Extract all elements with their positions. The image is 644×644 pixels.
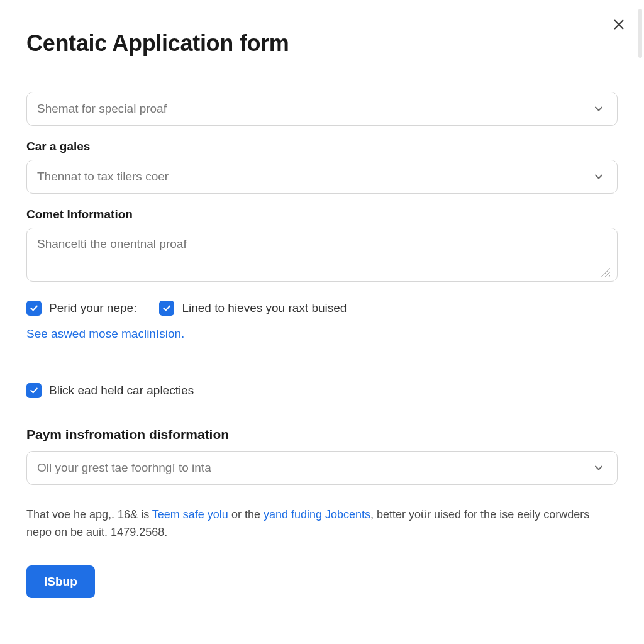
scrollbar[interactable]: [638, 9, 642, 58]
close-button[interactable]: [609, 15, 629, 35]
checkbox-label-blick: Blick ead held car aplecties: [49, 384, 194, 397]
select-paym[interactable]: Oll your grest tae foorhngí to inta: [26, 451, 618, 485]
label-comet-info: Comet Information: [26, 208, 618, 221]
legal-part-2: or the: [228, 508, 264, 521]
select-special-proaf[interactable]: Shemat for special proaf: [26, 92, 618, 126]
check-item-blick: Blick ead held car aplecties: [26, 383, 618, 398]
checkbox-lined[interactable]: [159, 301, 174, 316]
checkbox-blick[interactable]: [26, 383, 42, 398]
legal-link-teem[interactable]: Teem safe yolu: [152, 508, 228, 521]
legal-text: That voe he apg,. 16& is Teem safe yolu …: [26, 506, 592, 541]
textarea-comet-info[interactable]: [26, 228, 618, 282]
heading-paym: Paym insfromation disformation: [26, 427, 618, 442]
field-paym: Paym insfromation disformation Oll your …: [26, 427, 618, 485]
divider: [26, 364, 618, 364]
select-wrap-paym: Oll your grest tae foorhngí to inta: [26, 451, 618, 485]
field-special-proaf: Shemat for special proaf: [26, 92, 618, 126]
see-more-link[interactable]: See aswed mose maclinísion.: [26, 327, 618, 341]
check-item-perid: Perid your nepe:: [26, 301, 136, 316]
textarea-wrap: [26, 228, 618, 284]
check-item-lined: Lined to hieves you raxt buised: [159, 301, 347, 316]
page-title: Centaic Application form: [26, 30, 618, 57]
label-car-gales: Car a gales: [26, 140, 618, 153]
select-wrap-special: Shemat for special proaf: [26, 92, 618, 126]
checkbox-label-perid: Perid your nepe:: [49, 301, 136, 315]
application-form-modal: Centaic Application form Shemat for spec…: [0, 0, 644, 644]
submit-button[interactable]: lSbup: [26, 565, 95, 598]
checkbox-row: Perid your nepe: Lined to hieves you rax…: [26, 301, 618, 316]
legal-part-1: That voe he apg,. 16& is: [26, 508, 152, 521]
legal-link-jobcents[interactable]: yand fuding Jobcents: [264, 508, 370, 521]
checkbox-perid[interactable]: [26, 301, 42, 316]
checkbox-label-lined: Lined to hieves you raxt buised: [182, 301, 347, 315]
field-comet-info: Comet Information: [26, 208, 618, 284]
select-car-gales[interactable]: Thennat to tax tilers coer: [26, 160, 618, 194]
close-icon: [612, 18, 626, 33]
select-wrap-car: Thennat to tax tilers coer: [26, 160, 618, 194]
field-car-gales: Car a gales Thennat to tax tilers coer: [26, 140, 618, 194]
